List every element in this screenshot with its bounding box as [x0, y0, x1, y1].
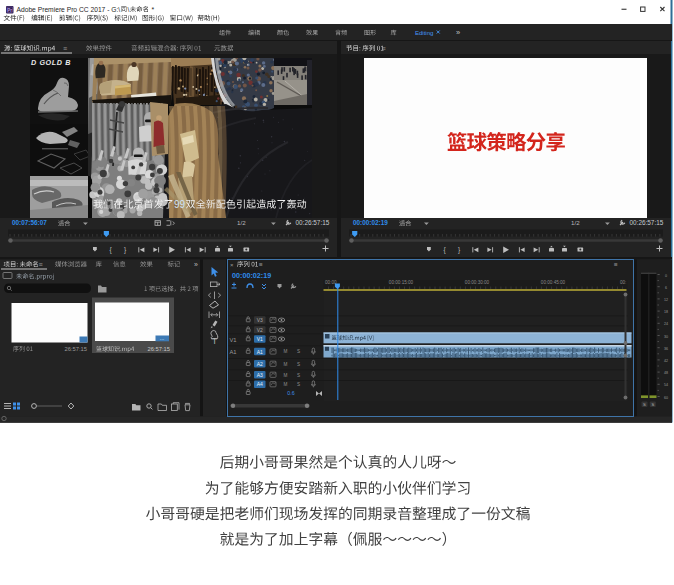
svg-text:≡: ≡: [614, 261, 618, 268]
svg-text:»: »: [456, 28, 460, 37]
svg-text:M: M: [284, 362, 288, 367]
svg-text:...: ...: [160, 335, 165, 341]
svg-text:00:26:57:15: 00:26:57:15: [630, 219, 664, 226]
svg-text:24: 24: [664, 322, 668, 326]
svg-text:00:07:56:07: 00:07:56:07: [12, 219, 47, 226]
svg-text:1/2: 1/2: [571, 219, 580, 226]
svg-text:30: 30: [664, 335, 668, 339]
svg-text:00:26:57:15: 00:26:57:15: [296, 219, 330, 226]
svg-text:12: 12: [664, 298, 668, 302]
svg-text:S: S: [297, 362, 300, 367]
svg-text:Editing: Editing: [415, 30, 433, 36]
svg-text:60: 60: [664, 396, 668, 400]
svg-text:A1: A1: [257, 349, 263, 355]
svg-text:*: *: [152, 6, 155, 13]
svg-text:42: 42: [664, 359, 668, 363]
svg-text:0.6: 0.6: [287, 390, 294, 396]
svg-text:00:00:02:19: 00:00:02:19: [232, 271, 271, 280]
svg-text:»: »: [194, 261, 198, 268]
svg-text:≡: ≡: [39, 261, 43, 268]
svg-text:26:57:15: 26:57:15: [64, 346, 87, 352]
svg-text:T: T: [212, 336, 217, 346]
svg-text:S: S: [297, 349, 300, 354]
svg-text:A4: A4: [257, 381, 263, 387]
svg-text:M: M: [284, 373, 288, 378]
svg-text:Pr: Pr: [7, 8, 12, 13]
svg-text:00:: 00:: [620, 280, 626, 285]
svg-text:S: S: [297, 382, 300, 387]
svg-text:\: \: [127, 6, 129, 13]
svg-text:26:57:15: 26:57:15: [147, 346, 170, 352]
svg-text:36: 36: [664, 347, 668, 351]
svg-text:1/2: 1/2: [237, 219, 246, 226]
svg-text:00:00:02:19: 00:00:02:19: [353, 219, 388, 226]
svg-text:99: 99: [174, 199, 186, 210]
svg-text:D GOLD B: D GOLD B: [31, 58, 71, 67]
svg-text:S: S: [297, 373, 300, 378]
svg-text:V1: V1: [257, 336, 263, 342]
svg-text:0: 0: [665, 274, 667, 278]
svg-text:00:00:15:00: 00:00:15:00: [389, 280, 414, 285]
svg-text:V1: V1: [230, 337, 237, 343]
svg-text:00:00:45:00: 00:00:45:00: [541, 280, 566, 285]
svg-text:S: S: [651, 402, 654, 407]
svg-text:A1: A1: [230, 349, 237, 355]
svg-text:≡: ≡: [259, 261, 263, 268]
svg-text:A2: A2: [257, 361, 263, 367]
svg-text:Adobe Premiere Pro CC 2017 - G: Adobe Premiere Pro CC 2017 - G:\: [17, 6, 121, 13]
svg-text:V3: V3: [257, 317, 263, 323]
svg-text:≡: ≡: [63, 45, 67, 52]
svg-text:00:00:30:00: 00:00:30:00: [465, 280, 490, 285]
svg-text:V2: V2: [257, 327, 263, 333]
svg-text:M: M: [284, 349, 288, 354]
svg-text:×: ×: [230, 262, 234, 268]
svg-text:54: 54: [664, 383, 668, 387]
svg-text:M: M: [284, 382, 288, 387]
svg-text:18: 18: [664, 310, 668, 314]
svg-text:≡: ≡: [382, 45, 386, 52]
svg-text:48: 48: [664, 371, 668, 375]
svg-text:S: S: [643, 402, 646, 407]
svg-text:6: 6: [665, 286, 667, 290]
svg-text:A3: A3: [257, 372, 263, 378]
